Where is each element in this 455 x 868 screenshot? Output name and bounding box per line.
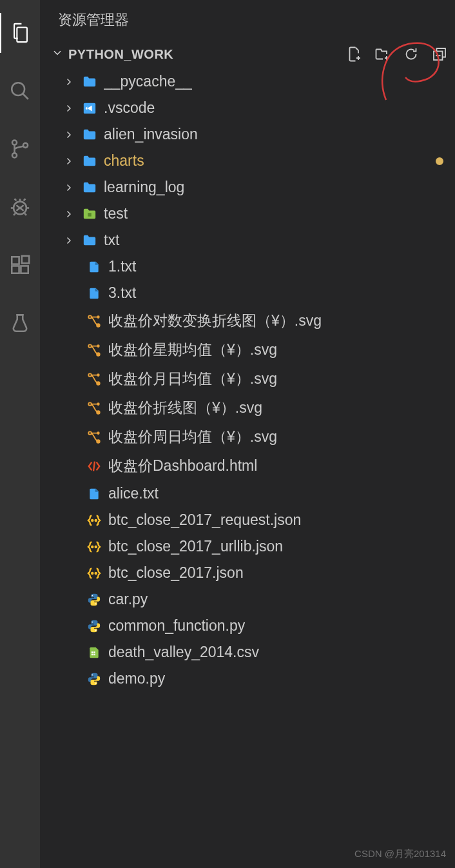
folder-icon <box>82 181 97 195</box>
svg-rect-16 <box>88 213 92 217</box>
new-file-button[interactable] <box>347 46 362 62</box>
file-label: 收盘价月日均值（¥）.svg <box>108 369 450 389</box>
folder-item[interactable]: .vscode <box>40 95 455 121</box>
file-item[interactable]: btc_close_2017_request.json <box>40 507 455 533</box>
explorer-actions <box>347 46 447 62</box>
folder-item[interactable]: txt <box>40 227 455 253</box>
file-label: demo.py <box>108 670 450 687</box>
chevron-right-icon <box>63 209 75 219</box>
file-item[interactable]: common_function.py <box>40 613 455 639</box>
svg-point-36 <box>92 572 93 573</box>
folder-label: learning_log <box>104 179 450 196</box>
svg-file-icon <box>86 372 102 386</box>
file-item[interactable]: death_valley_2014.csv <box>40 639 455 666</box>
file-tree: __pycache__ .vscode alien_invasion chart… <box>40 68 455 868</box>
svg-point-4 <box>23 143 28 148</box>
folder-icon <box>82 154 97 168</box>
chevron-right-icon <box>63 130 75 140</box>
folder-label: charts <box>104 152 429 170</box>
file-item[interactable]: car.py <box>40 586 455 613</box>
project-header[interactable]: PYTHON_WORK <box>40 40 455 68</box>
file-label: btc_close_2017_request.json <box>108 511 450 529</box>
watermark: CSDN @月亮201314 <box>354 848 446 860</box>
chevron-down-icon <box>52 47 63 62</box>
chevron-right-icon <box>63 182 75 193</box>
folder-item[interactable]: learning_log <box>40 174 455 201</box>
svg-point-19 <box>97 316 99 318</box>
file-label: 收盘价星期均值（¥）.svg <box>108 340 450 360</box>
folder-label: __pycache__ <box>104 73 450 90</box>
folder-item[interactable]: charts <box>40 148 455 174</box>
search-tab[interactable] <box>0 71 40 111</box>
file-label: alice.txt <box>108 485 450 502</box>
testing-tab[interactable] <box>0 303 40 343</box>
file-item[interactable]: btc_close_2017.json <box>40 560 455 586</box>
svg-rect-10 <box>21 266 28 273</box>
chevron-right-icon <box>63 156 75 166</box>
collapse-all-button[interactable] <box>432 46 447 62</box>
svg-point-0 <box>12 83 24 95</box>
svg-point-20 <box>88 344 92 348</box>
file-label: 1.txt <box>108 258 450 275</box>
file-label: 收盘价Dashboard.html <box>108 456 450 476</box>
file-blue-file-icon <box>86 487 102 501</box>
svg-point-29 <box>88 431 92 435</box>
svg-point-33 <box>95 519 97 520</box>
svg-point-23 <box>88 373 92 377</box>
py-file-icon <box>86 593 102 607</box>
folder-label: alien_invasion <box>104 126 450 143</box>
file-item[interactable]: alice.txt <box>40 480 455 507</box>
file-item[interactable]: 3.txt <box>40 280 455 306</box>
svg-rect-45 <box>93 653 95 655</box>
file-item[interactable]: 收盘价月日均值（¥）.svg <box>40 364 455 393</box>
file-item[interactable]: 1.txt <box>40 253 455 280</box>
extensions-tab[interactable] <box>0 245 40 285</box>
file-item[interactable]: 收盘价星期均值（¥）.svg <box>40 335 455 364</box>
py-file-icon <box>86 672 102 686</box>
file-item[interactable]: 收盘价折线图（¥）.svg <box>40 393 455 422</box>
explorer-sidebar: 资源管理器 PYTHON_WORK <box>40 0 455 868</box>
source-control-tab[interactable] <box>0 129 40 169</box>
svg-point-26 <box>88 402 92 406</box>
folder-item[interactable]: __pycache__ <box>40 68 455 95</box>
explorer-tab[interactable] <box>0 13 40 53</box>
folder-item[interactable]: test <box>40 201 455 227</box>
py-file-icon <box>86 619 102 633</box>
svg-point-34 <box>92 546 93 547</box>
folder-icon <box>82 207 97 221</box>
file-label: death_valley_2014.csv <box>108 644 450 661</box>
chevron-right-icon <box>63 235 75 246</box>
html-file-icon <box>86 459 102 473</box>
svg-point-25 <box>97 374 99 376</box>
file-item[interactable]: 收盘价周日均值（¥）.svg <box>40 422 455 451</box>
folder-icon <box>82 128 97 142</box>
debug-tab[interactable] <box>0 187 40 227</box>
svg-rect-9 <box>12 266 19 273</box>
svg-point-40 <box>92 621 93 622</box>
svg-file-icon <box>86 401 102 415</box>
modified-indicator <box>436 157 443 165</box>
file-item[interactable]: btc_close_2017_urllib.json <box>40 533 455 560</box>
file-item[interactable]: 收盘价Dashboard.html <box>40 451 455 480</box>
file-item[interactable]: 收盘价对数变换折线图（¥）.svg <box>40 306 455 335</box>
file-item[interactable]: demo.py <box>40 666 455 692</box>
svg-point-22 <box>97 345 99 347</box>
refresh-button[interactable] <box>403 46 419 62</box>
new-folder-button[interactable] <box>375 46 391 62</box>
svg-rect-11 <box>22 256 29 263</box>
chevron-right-icon <box>63 103 75 113</box>
folder-label: .vscode <box>104 99 450 117</box>
svg-point-47 <box>95 682 97 684</box>
svg-file-icon <box>86 430 102 444</box>
file-blue-file-icon <box>86 260 102 274</box>
file-label: 收盘价折线图（¥）.svg <box>108 398 450 418</box>
svg-line-1 <box>23 94 28 99</box>
svg-point-28 <box>97 403 99 405</box>
folder-label: txt <box>104 232 450 249</box>
folder-icon <box>82 101 97 115</box>
svg-point-39 <box>95 603 97 604</box>
folder-item[interactable]: alien_invasion <box>40 121 455 148</box>
svg-point-41 <box>95 629 97 631</box>
csv-file-icon <box>86 646 102 660</box>
file-label: 收盘价对数变换折线图（¥）.svg <box>108 311 450 331</box>
